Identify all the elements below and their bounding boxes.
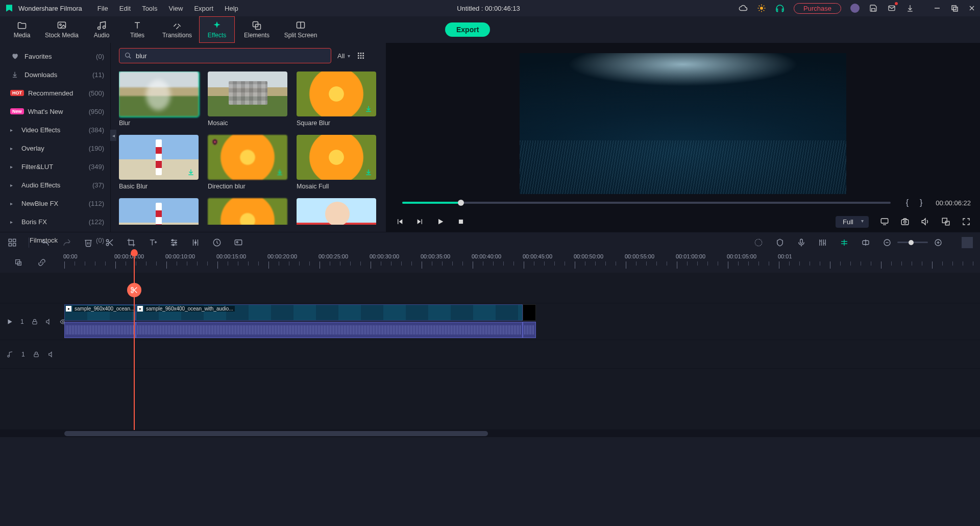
- timeline-audio-clip[interactable]: [64, 322, 136, 338]
- tab-audio[interactable]: Audio: [84, 16, 119, 43]
- timeline-clip[interactable]: ▸sample_960x400_ocean_with_audio...: [136, 304, 523, 321]
- sidebar-item[interactable]: NewWhat's New(950): [0, 102, 110, 121]
- window-maximize-icon[interactable]: [950, 4, 959, 12]
- effect-thumbnail[interactable]: [297, 135, 376, 180]
- support-icon[interactable]: [775, 4, 785, 13]
- link-icon[interactable]: [38, 258, 46, 267]
- color-icon[interactable]: [233, 237, 243, 248]
- timeline-audio-clip[interactable]: [136, 322, 523, 338]
- mail-icon[interactable]: [887, 4, 896, 13]
- select-mode-icon[interactable]: [14, 258, 22, 267]
- sidebar-item[interactable]: Favorites(0): [0, 47, 110, 65]
- view-grid-icon[interactable]: [356, 51, 365, 60]
- split-icon[interactable]: [105, 237, 115, 248]
- tab-split-screen[interactable]: Split Screen: [279, 16, 323, 43]
- effect-thumbnail[interactable]: [208, 135, 287, 180]
- audio-lane[interactable]: [64, 340, 980, 368]
- delete-icon[interactable]: [83, 237, 93, 248]
- effect-card[interactable]: [208, 198, 287, 225]
- effect-card[interactable]: Mosaic: [208, 71, 287, 127]
- preview-quality-dropdown[interactable]: Full: [836, 216, 869, 228]
- effects-search-input[interactable]: [136, 52, 326, 60]
- auto-ripple-icon[interactable]: [839, 237, 849, 248]
- play-icon[interactable]: [436, 217, 445, 226]
- snap-icon[interactable]: [861, 237, 871, 248]
- effect-thumbnail[interactable]: [119, 71, 199, 116]
- download-queue-icon[interactable]: [905, 4, 915, 13]
- theme-icon[interactable]: [757, 4, 766, 13]
- sidebar-collapse-handle[interactable]: ◂: [110, 130, 116, 141]
- download-effect-icon[interactable]: [186, 168, 195, 177]
- effect-card[interactable]: Direction blur: [208, 135, 287, 190]
- effects-search-box[interactable]: [119, 48, 331, 63]
- timeline-horizontal-scrollbar[interactable]: [0, 430, 980, 437]
- lock-icon[interactable]: [31, 318, 38, 326]
- sidebar-item[interactable]: ▸NewBlue FX(112): [0, 194, 110, 212]
- adjust-icon[interactable]: [169, 237, 179, 248]
- effect-thumbnail[interactable]: [119, 135, 199, 180]
- effect-thumbnail[interactable]: [208, 198, 287, 225]
- tab-stock-media[interactable]: Stock Media: [40, 16, 84, 43]
- timeline-playhead[interactable]: [134, 252, 135, 430]
- effect-card[interactable]: Square Blur: [297, 71, 376, 127]
- tab-elements[interactable]: Elements: [235, 16, 279, 43]
- prev-frame-icon[interactable]: [395, 217, 404, 226]
- redo-icon[interactable]: [62, 237, 72, 248]
- download-effect-icon[interactable]: [275, 168, 284, 177]
- track-view-toggle[interactable]: [962, 237, 973, 248]
- keyframe-icon[interactable]: [190, 237, 201, 248]
- timeline-ruler[interactable]: 00:0000:00:05:0000:00:10:0000:00:15:0000…: [0, 252, 980, 273]
- layout-icon[interactable]: [7, 237, 17, 248]
- account-avatar[interactable]: [850, 4, 860, 13]
- download-effect-icon[interactable]: [364, 168, 373, 177]
- cloud-icon[interactable]: [739, 4, 748, 13]
- audio-mixer-icon[interactable]: [818, 237, 828, 248]
- snapshot-icon[interactable]: [900, 217, 910, 226]
- sidebar-item[interactable]: ▸Video Effects(384): [0, 121, 110, 139]
- window-minimize-icon[interactable]: [933, 4, 941, 12]
- playhead-split-icon[interactable]: [127, 283, 141, 297]
- menu-edit[interactable]: Edit: [119, 5, 131, 12]
- sidebar-item[interactable]: ▸Audio Effects(37): [0, 176, 110, 194]
- sidebar-item[interactable]: Downloads(11): [0, 65, 110, 84]
- window-close-icon[interactable]: [968, 4, 976, 12]
- save-icon[interactable]: [869, 4, 878, 13]
- effect-card[interactable]: Basic Blur: [119, 135, 199, 190]
- tab-titles[interactable]: Titles: [119, 16, 155, 43]
- effect-card[interactable]: [119, 198, 199, 225]
- effect-card[interactable]: Blur: [119, 71, 199, 127]
- sidebar-item[interactable]: HOTRecommended(500): [0, 84, 110, 102]
- zoom-in-icon[interactable]: [933, 237, 943, 248]
- mark-out-button[interactable]: }: [917, 198, 925, 207]
- effect-thumbnail[interactable]: [208, 71, 287, 116]
- effects-filter-dropdown[interactable]: All ▾: [337, 52, 350, 60]
- undo-icon[interactable]: [40, 237, 51, 248]
- download-effect-icon[interactable]: [364, 104, 373, 113]
- purchase-button[interactable]: Purchase: [794, 3, 841, 14]
- preview-seek-bar[interactable]: [402, 202, 891, 204]
- export-button[interactable]: Export: [445, 22, 490, 37]
- menu-view[interactable]: View: [168, 5, 183, 12]
- mute-icon[interactable]: [45, 318, 53, 326]
- tab-media[interactable]: Media: [4, 16, 40, 43]
- tab-effects[interactable]: Effects: [199, 16, 235, 43]
- fullscreen-icon[interactable]: [962, 217, 971, 226]
- menu-file[interactable]: File: [97, 5, 108, 12]
- effect-card[interactable]: [297, 198, 376, 225]
- display-icon[interactable]: [880, 217, 889, 226]
- zoom-out-icon[interactable]: [882, 237, 892, 248]
- voiceover-icon[interactable]: [796, 237, 806, 248]
- render-icon[interactable]: [753, 237, 764, 248]
- mute-icon[interactable]: [47, 350, 56, 358]
- marker-icon[interactable]: [775, 237, 785, 248]
- detach-preview-icon[interactable]: [941, 217, 950, 226]
- effect-card[interactable]: Mosaic Full: [297, 135, 376, 190]
- sidebar-item[interactable]: ▸Overlay(190): [0, 139, 110, 157]
- volume-icon[interactable]: [921, 217, 930, 226]
- crop-icon[interactable]: [126, 237, 136, 248]
- timeline-audio-clip[interactable]: [523, 322, 536, 338]
- zoom-slider[interactable]: [897, 242, 928, 243]
- next-frame-icon[interactable]: [415, 217, 425, 226]
- video-lane[interactable]: ▸sample_960x400_ocean...▸sample_960x400_…: [64, 303, 980, 340]
- menu-help[interactable]: Help: [225, 5, 238, 12]
